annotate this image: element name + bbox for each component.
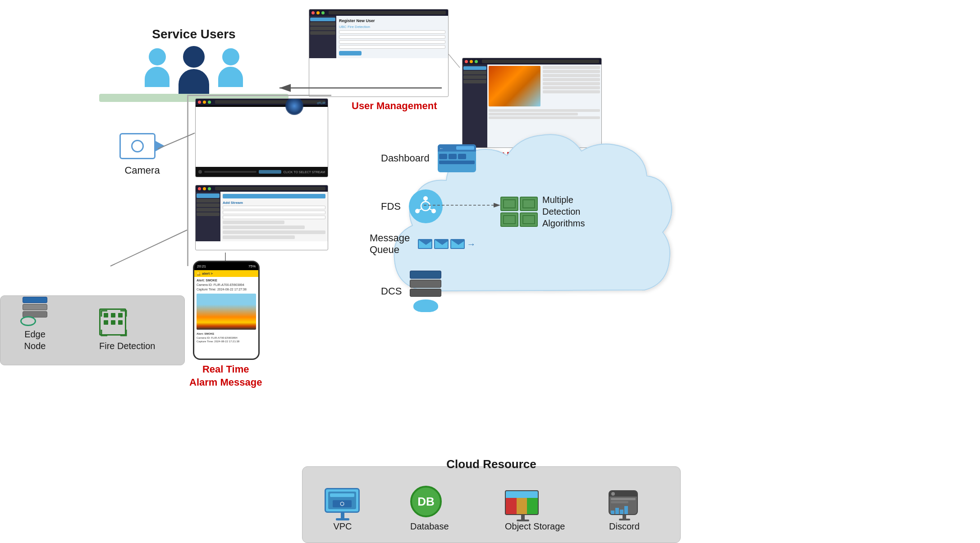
alert-line-3: Capture Time: 2024-08-22 17:27:38 [197, 287, 256, 292]
ah-list-1 [543, 66, 600, 69]
video-streaming-screenshot: FLIR A700-ES901894 cFLIR CLICK TO SELECT… [195, 98, 328, 177]
en-layer-gray1 [23, 304, 47, 310]
person-head-2 [183, 46, 205, 68]
um-sb-active [310, 18, 335, 21]
cam-dot-yellow [203, 187, 206, 190]
dash-grid [438, 152, 476, 172]
vpc-monitor: ⬡ [325, 488, 360, 513]
mobile-status-bar: 20:21 75% [194, 262, 258, 270]
mq-arrow: → [467, 239, 476, 249]
mobile-battery: 75% [248, 264, 256, 268]
dcs-cloud [413, 299, 438, 312]
sb-item-active [197, 193, 220, 198]
mobile-alert-title: 🔔 alert > [197, 272, 256, 276]
cam-mgmt-content: Add Stream [196, 192, 328, 241]
obj-storage-item: Object Storage [505, 490, 565, 532]
fds-icon [409, 189, 443, 223]
um-url [329, 11, 446, 14]
cam-dot-red [198, 187, 201, 190]
mq-item: MessageQueue → [370, 232, 476, 256]
fds-label: FDS [381, 201, 401, 212]
en-layer-blue [23, 297, 47, 303]
cam-row4 [223, 235, 295, 239]
discord-top [609, 491, 637, 497]
camera-triangle [155, 141, 165, 152]
ah-list-2 [543, 70, 600, 73]
sb-item-3 [197, 208, 220, 212]
vpc-screen: ⬡ [328, 492, 356, 509]
discord-chart [611, 505, 636, 514]
cam-mgmt-header [196, 185, 328, 192]
um-sb-1 [310, 22, 335, 26]
cam-url-bar [215, 187, 325, 190]
camera-icon-wrap [119, 133, 165, 159]
detection-label: MultipleDetectionAlgorithms [542, 194, 585, 229]
dcs-icon [410, 271, 441, 312]
obj-stand [521, 515, 525, 520]
discord-label: Discord [609, 521, 640, 532]
ah-sb-4 [463, 80, 486, 83]
ss-dot-yellow [203, 101, 206, 104]
dash-row1 [439, 154, 475, 159]
dc-bar1 [611, 511, 614, 514]
mobile-alert-text: Alert: SMOKE Camera ID: FLIR-A700-E59038… [194, 277, 258, 293]
users-group [99, 46, 289, 94]
ah-sb-2 [463, 71, 486, 74]
edge-node-label: EdgeNode [23, 328, 47, 352]
edge-to-video-line [110, 230, 187, 266]
fire-detect-icon-wrap [99, 308, 128, 338]
cam-input-2 [223, 211, 325, 214]
um-subtitle: UBC Fire Detection [339, 25, 445, 29]
ah-list-3 [543, 74, 600, 77]
add-stream-label: Add Stream [223, 201, 325, 205]
video-content: FLIR A700-ES901894 cFLIR [196, 105, 328, 107]
ss-dot-green [208, 101, 211, 104]
um-sb-3 [310, 31, 335, 35]
dc-bar4 [624, 506, 628, 514]
db-label: Database [410, 521, 449, 532]
mobile-fire-image [197, 294, 256, 330]
fds-network-svg [413, 194, 438, 219]
vpc-cube-top [330, 493, 354, 497]
dash-cell2 [449, 154, 457, 159]
dcs-item: DCS [381, 271, 441, 312]
vertical-divider [187, 95, 188, 266]
discord-screen [609, 490, 638, 515]
dash-icon-arrow: ← [440, 146, 444, 151]
svg-line-5 [430, 209, 432, 210]
um-sb-2 [310, 27, 335, 30]
cam-main: Add Stream [220, 192, 328, 241]
vpc-stand [341, 513, 344, 518]
dcs-layer-bot [410, 289, 441, 297]
dcs-layer-top [410, 271, 441, 279]
det-inner-4 [522, 215, 535, 224]
mobile-footer: Alert: SMOKE Camera ID: FLIR-A700-E59038… [194, 331, 258, 345]
det-inner-3 [503, 215, 516, 224]
obj-bar-r [506, 498, 517, 515]
cloud-resource-title: Cloud Resource [446, 457, 536, 471]
um-input-4 [339, 45, 445, 49]
det-box-2 [520, 197, 538, 211]
um-main: Register New User UBC Fire Detection [336, 16, 448, 58]
dc-bar2 [615, 508, 619, 514]
footer-line-2: Camera ID: FLIR-A700-E5903894 [197, 336, 256, 340]
discord-icon [609, 490, 640, 520]
fds-item: FDS [381, 189, 443, 223]
ah-sb-3 [463, 75, 486, 79]
obj-bar-y [517, 498, 527, 515]
video-overlay-text: FLIR A700-ES901894 [198, 107, 229, 110]
discord-stand [623, 515, 626, 519]
dash-bar [439, 161, 475, 164]
person-icon-1 [145, 48, 169, 87]
vpc-icon: ⬡ [325, 488, 361, 520]
obj-base [517, 520, 529, 521]
cam-input-3 [223, 216, 325, 219]
camera-management-screenshot: Add Stream Camera Management [195, 185, 328, 250]
cam-input-1 [223, 206, 325, 209]
footer-line-3: Capture Time: 2024-08-22 17:21:38 [197, 340, 256, 343]
ah-list [541, 66, 600, 106]
person-body-2 [179, 69, 209, 94]
camera-body [119, 133, 156, 159]
progress-bar [204, 171, 256, 173]
vpc-item: ⬡ VPC [325, 488, 361, 532]
